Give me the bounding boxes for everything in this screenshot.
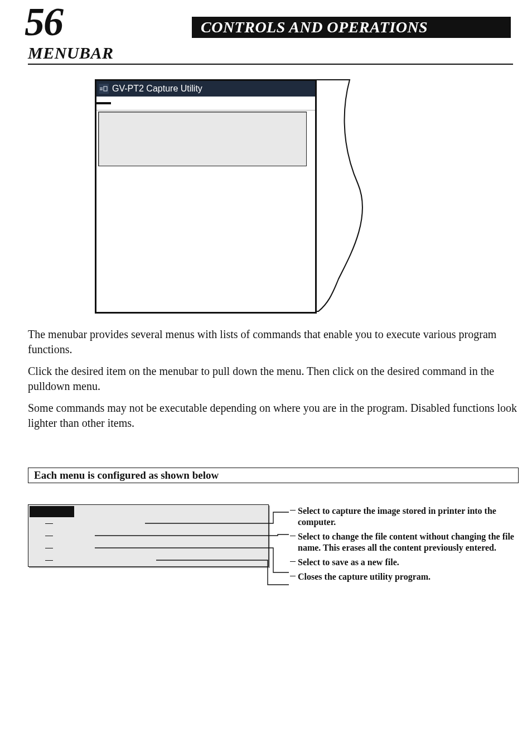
menu-diagram: Select to capture the image stored in pr… (28, 495, 511, 629)
diagram-menu (28, 504, 269, 567)
body-text: The menubar provides several menus with … (28, 327, 518, 431)
callout-text: Select to save as a new file. (298, 557, 524, 568)
diagram-menu-header (30, 506, 74, 517)
menubar-item-1[interactable] (111, 102, 125, 104)
dropdown-item[interactable] (99, 152, 306, 166)
page: 56 CONTROLS AND OPERATIONS MENUBAR GV-PT… (0, 0, 532, 756)
window-title: GV-PT2 Capture Utility (112, 84, 202, 94)
config-heading: Each menu is configured as shown below (34, 469, 219, 481)
dropdown-item[interactable] (99, 139, 306, 152)
window-titlebar: GV-PT2 Capture Utility (96, 81, 315, 97)
callout-tick-icon (290, 557, 298, 568)
svg-rect-1 (100, 88, 103, 89)
dropdown-item[interactable] (99, 126, 306, 139)
callout-text: Closes the capture utility program. (298, 571, 524, 582)
svg-rect-2 (100, 89, 103, 90)
screenshot: GV-PT2 Capture Utility (95, 79, 407, 319)
torn-edge (316, 78, 383, 315)
diagram-menu-row (28, 554, 268, 566)
callout-tick-icon (290, 571, 298, 582)
diagram-menu-row (28, 542, 268, 554)
banner-title: CONTROLS AND OPERATIONS (192, 17, 511, 38)
paragraph: The menubar provides several menus with … (28, 327, 518, 357)
diagram-menu-row (28, 517, 268, 529)
header-banner: 56 CONTROLS AND OPERATIONS (28, 11, 511, 41)
app-window: GV-PT2 Capture Utility (95, 79, 317, 314)
app-icon (99, 84, 109, 94)
dropdown-item[interactable] (99, 112, 306, 126)
diagram-menu-row (28, 529, 268, 542)
paragraph: Click the desired item on the menubar to… (28, 364, 518, 394)
menubar-item-0[interactable] (96, 102, 111, 104)
callout: Select to change the file content withou… (290, 531, 524, 553)
menubar-item-2[interactable] (125, 102, 140, 104)
callout: Select to save as a new file. (290, 557, 524, 568)
callout-tick-icon (290, 505, 298, 528)
callout-text: Select to capture the image stored in pr… (298, 505, 524, 528)
callout: Select to capture the image stored in pr… (290, 505, 524, 528)
callout: Closes the capture utility program. (290, 571, 524, 582)
app-menubar[interactable] (96, 97, 315, 110)
section-title: MENUBAR (28, 44, 513, 65)
callout-text: Select to change the file content withou… (298, 531, 524, 553)
paragraph: Some commands may not be executable depe… (28, 401, 518, 431)
page-number: 56 (25, 0, 62, 45)
callouts: Select to capture the image stored in pr… (290, 505, 524, 586)
callout-tick-icon (290, 531, 298, 553)
dropdown-menu[interactable] (98, 112, 307, 166)
